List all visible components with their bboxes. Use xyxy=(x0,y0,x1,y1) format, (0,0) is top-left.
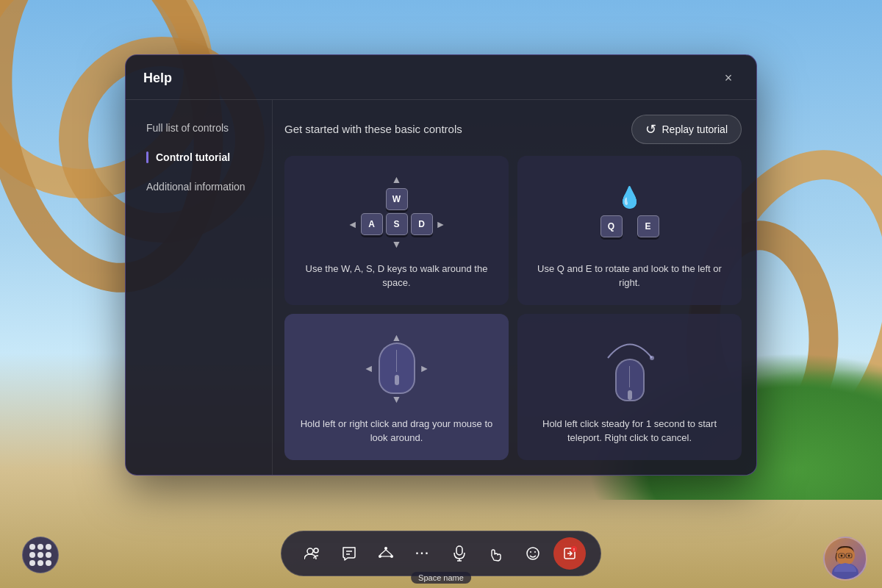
svg-point-0 xyxy=(650,356,654,360)
mouse-divider xyxy=(396,350,397,372)
content-subtitle: Get started with these basic controls xyxy=(284,123,462,135)
card-teleport-description: Hold left click steady for 1 second to s… xyxy=(532,417,727,445)
modal-body: Full list of controls Control tutorial A… xyxy=(126,100,756,475)
arrow-down-symbol: ▼ xyxy=(392,238,402,250)
modal-sidebar: Full list of controls Control tutorial A… xyxy=(126,100,273,475)
card-teleport: Hold left click steady for 1 second to s… xyxy=(517,314,742,460)
arrow-right-symbol: ► xyxy=(436,218,446,230)
teleport-mouse-body xyxy=(615,359,645,401)
cards-grid: ▲ W ◄ A S D ► xyxy=(284,156,742,460)
water-drop-icon: 💧 xyxy=(617,185,642,209)
content-header: Get started with these basic controls ↺ … xyxy=(284,115,742,144)
arrow-up-symbol: ▲ xyxy=(392,173,402,185)
key-a: A xyxy=(361,213,383,235)
card-wasd-description: Use the W, A, S, D keys to walk around t… xyxy=(299,262,494,290)
mouse-drag-icon-area: ▲ ◄ ► ▼ xyxy=(364,331,430,405)
qe-row: Q E xyxy=(600,215,659,237)
mouse-arrow-right: ► xyxy=(420,363,430,373)
arrow-left-symbol: ◄ xyxy=(348,218,358,230)
key-s: S xyxy=(386,213,408,235)
sidebar-item-control-tutorial[interactable]: Control tutorial xyxy=(137,144,260,171)
mouse-arrow-left: ◄ xyxy=(364,363,374,373)
teleport-arc-svg xyxy=(604,334,656,360)
teleport-icon-area xyxy=(604,331,656,405)
wasd-icon-area: ▲ W ◄ A S D ► xyxy=(348,173,446,250)
replay-tutorial-button[interactable]: ↺ Replay tutorial xyxy=(631,115,742,144)
wasd-row-down: ▼ xyxy=(392,238,402,250)
help-modal: Help × Full list of controls Control tut… xyxy=(125,54,757,476)
card-mouse-drag-description: Hold left or right click and drag your m… xyxy=(299,417,494,445)
teleport-mouse-divider xyxy=(629,366,630,387)
wasd-layout: ▲ W ◄ A S D ► xyxy=(348,173,446,250)
wasd-row-up: ▲ xyxy=(392,173,402,185)
modal-title: Help xyxy=(143,71,172,86)
mouse-arrow-up: ▲ xyxy=(392,332,402,343)
replay-label: Replay tutorial xyxy=(662,123,728,135)
teleport-visual xyxy=(604,334,656,401)
key-d: D xyxy=(411,213,433,235)
key-e: E xyxy=(637,215,659,237)
key-q: Q xyxy=(600,215,623,237)
modal-header: Help × xyxy=(126,55,756,100)
key-w: W xyxy=(386,188,408,210)
card-mouse-drag: ▲ ◄ ► ▼ xyxy=(284,314,509,460)
sidebar-item-full-list[interactable]: Full list of controls xyxy=(137,115,260,141)
mouse-body xyxy=(379,343,415,394)
card-wasd: ▲ W ◄ A S D ► xyxy=(284,156,509,305)
card-qe-description: Use Q and E to rotate and look to the le… xyxy=(532,262,727,290)
wasd-row-w: W xyxy=(386,188,408,210)
qe-layout: 💧 Q E xyxy=(600,185,659,237)
mouse-arrow-down: ▼ xyxy=(392,394,402,404)
sidebar-item-additional-info[interactable]: Additional information xyxy=(137,173,260,200)
teleport-mouse-scroll xyxy=(628,390,632,400)
close-button[interactable]: × xyxy=(718,68,739,89)
modal-main-content: Get started with these basic controls ↺ … xyxy=(273,100,756,475)
mouse-scroll-wheel xyxy=(395,375,399,385)
replay-icon: ↺ xyxy=(645,121,656,137)
qe-icon-area: 💧 Q E xyxy=(600,173,659,250)
card-qe: 💧 Q E Use Q and E to rotate and look to … xyxy=(517,156,742,305)
mouse-drag-visual: ▲ ◄ ► ▼ xyxy=(364,332,430,404)
mouse-drag-row: ◄ ► xyxy=(364,343,430,394)
wasd-row-asd: ◄ A S D ► xyxy=(348,213,446,235)
modal-overlay: Help × Full list of controls Control tut… xyxy=(0,0,882,588)
